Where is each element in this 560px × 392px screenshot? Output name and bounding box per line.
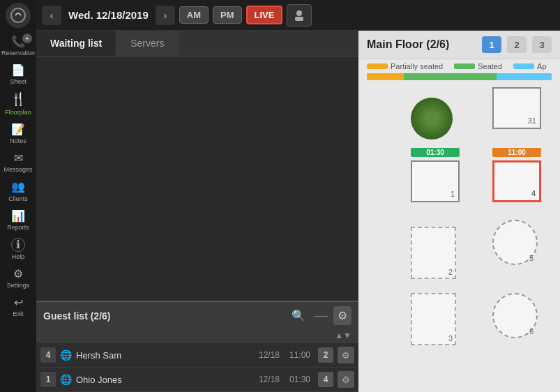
- guest-party-size: 1: [40, 372, 56, 387]
- sidebar-label-sheet: Sheet: [10, 78, 27, 85]
- table-square: 1: [411, 160, 460, 202]
- table-2[interactable]: 2: [411, 227, 456, 279]
- sidebar: 📞 Reservation + 📄 Sheet 🍴 Floorplan 📝 No…: [0, 0, 36, 392]
- seated-color: [454, 63, 475, 69]
- tab-bar: Waiting list Servers: [36, 31, 358, 56]
- floor-title: Main Floor (2/6): [367, 38, 476, 51]
- reports-icon: 📊: [11, 209, 25, 223]
- guest-rows: 4 🌐 Hersh Sam 12/18 11:00 2 ⚙ 1 🌐 Ohio J…: [36, 343, 358, 392]
- tab-waiting-list[interactable]: Waiting list: [36, 31, 116, 56]
- table-number: 3: [448, 334, 453, 342]
- guest-row[interactable]: 1 🌐 Ohio Jones 12/18 01:30 4 ⚙: [36, 368, 358, 392]
- seated-label: Seated: [478, 62, 502, 70]
- legend-seated: Seated: [454, 62, 502, 70]
- guest-list-header: Guest list (2/6) 🔍 — ⚙: [36, 302, 358, 329]
- content-area: Waiting list Servers Guest list (2/6) 🔍 …: [36, 31, 560, 392]
- topbar: ‹ Wed. 12/18/2019 › AM PM LIVE: [36, 0, 560, 31]
- prev-date-button[interactable]: ‹: [42, 6, 61, 25]
- guest-party-size: 4: [40, 347, 56, 363]
- left-panel: Waiting list Servers Guest list (2/6) 🔍 …: [36, 31, 358, 392]
- current-date: Wed. 12/18/2019: [68, 9, 149, 21]
- sidebar-item-exit[interactable]: ↩ Exit: [0, 292, 36, 320]
- table-1[interactable]: 01:30 1: [411, 160, 460, 202]
- guest-row[interactable]: 4 🌐 Hersh Sam 12/18 11:00 2 ⚙: [36, 343, 358, 368]
- am-button[interactable]: AM: [179, 6, 209, 24]
- timer-label: 01:30: [411, 148, 460, 157]
- globe-icon: 🌐: [60, 349, 72, 361]
- waiting-area: [36, 56, 358, 301]
- table-square: 4: [492, 160, 541, 202]
- table-6[interactable]: 6: [492, 293, 538, 338]
- guest-name: Ohio Jones: [76, 375, 252, 385]
- sheet-icon: 📄: [11, 63, 25, 77]
- messages-icon: ✉: [14, 151, 23, 165]
- live-button[interactable]: LIVE: [246, 6, 283, 24]
- guest-list-settings-button[interactable]: ⚙: [333, 306, 351, 325]
- table-number: 5: [529, 254, 533, 262]
- progress-available: [497, 73, 552, 80]
- guest-list-search-button[interactable]: 🔍: [289, 308, 308, 324]
- table-4[interactable]: 11:00 4: [492, 160, 541, 202]
- sidebar-label-settings: Settings: [7, 282, 30, 289]
- exit-icon: ↩: [14, 296, 23, 309]
- sidebar-label-reports: Reports: [7, 224, 29, 231]
- guest-name: Hersh Sam: [76, 350, 252, 361]
- floor-tab-1[interactable]: 1: [482, 36, 501, 53]
- floor-tab-3[interactable]: 3: [532, 36, 552, 53]
- sidebar-label-help: Help: [12, 253, 25, 260]
- guest-date: 12/18: [257, 375, 282, 384]
- table-number: 31: [526, 115, 538, 126]
- timer-label: 11:00: [492, 148, 541, 157]
- sidebar-item-notes[interactable]: 📝 Notes: [0, 119, 36, 147]
- guest-list-title: Guest list (2/6): [43, 310, 283, 322]
- legend-row: Partially seated Seated Ap: [358, 59, 560, 73]
- legend-partial: Partially seated: [367, 62, 443, 70]
- available-label: Ap: [537, 62, 546, 70]
- sidebar-item-floorplan[interactable]: 🍴 Floorplan: [0, 88, 36, 119]
- table-5[interactable]: 5: [492, 220, 538, 265]
- sidebar-label-exit: Exit: [13, 310, 23, 317]
- guest-list-divider: —: [314, 308, 328, 324]
- sidebar-item-messages[interactable]: ✉ Messages: [0, 147, 36, 176]
- table-number: 6: [529, 327, 533, 336]
- table-dotted: 2: [411, 227, 456, 279]
- svg-rect-1: [295, 17, 303, 21]
- table-31[interactable]: 31: [492, 87, 541, 129]
- guest-time: 01:30: [286, 375, 314, 384]
- progress-seated: [404, 73, 497, 80]
- table-round: 5: [492, 220, 538, 265]
- person-icon: [292, 8, 306, 22]
- floor-canvas: 31 01:30 1 11:00 4 2 5 3: [358, 80, 560, 392]
- table-number: 4: [529, 188, 538, 199]
- help-icon: ℹ: [11, 238, 25, 252]
- sidebar-item-clients[interactable]: 👥 Clients: [0, 176, 36, 204]
- floorplan-icon: 🍴: [10, 92, 26, 107]
- tab-servers[interactable]: Servers: [116, 31, 179, 56]
- table-plant[interactable]: [411, 98, 453, 140]
- guest-settings-button[interactable]: ⚙: [338, 347, 354, 363]
- sidebar-item-help[interactable]: ℹ Help: [0, 234, 36, 263]
- main-content: ‹ Wed. 12/18/2019 › AM PM LIVE Waiting l…: [36, 0, 560, 392]
- guest-count: 2: [318, 347, 333, 363]
- sidebar-label-notes: Notes: [10, 137, 27, 144]
- globe-icon: 🌐: [60, 374, 72, 385]
- clients-icon: 👥: [11, 180, 25, 193]
- sidebar-item-reports[interactable]: 📊 Reports: [0, 205, 36, 234]
- notes-icon: 📝: [11, 123, 25, 136]
- right-panel: Main Floor (2/6) 1 2 3 Partially seated …: [358, 31, 560, 392]
- plant-decoration: [411, 98, 453, 140]
- pm-button[interactable]: PM: [213, 6, 242, 24]
- guest-time: 11:00: [286, 350, 314, 360]
- sidebar-label-reservation: Reservation: [1, 50, 35, 56]
- sidebar-item-reservation[interactable]: 📞 Reservation +: [0, 31, 36, 59]
- next-date-button[interactable]: ›: [156, 6, 175, 25]
- table-square: 31: [492, 87, 541, 129]
- guest-settings-button[interactable]: ⚙: [338, 371, 354, 388]
- sidebar-item-sheet[interactable]: 📄 Sheet: [0, 59, 36, 88]
- person-view-button[interactable]: [287, 4, 312, 27]
- table-3[interactable]: 3: [411, 293, 456, 345]
- filter-row: ▲▼: [36, 329, 358, 343]
- floor-tab-2[interactable]: 2: [507, 36, 527, 53]
- sidebar-item-settings[interactable]: ⚙ Settings: [0, 263, 36, 292]
- partial-label: Partially seated: [391, 62, 443, 70]
